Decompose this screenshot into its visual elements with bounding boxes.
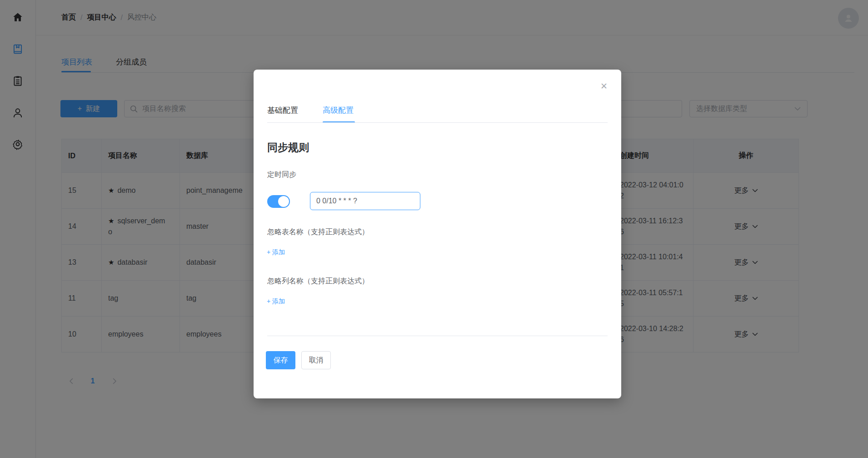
save-button[interactable]: 保存 [266, 351, 295, 369]
sync-settings-dialog: ✕ 基础配置 高级配置 同步规则 定时同步 忽略表名称（支持正则表达式） + 添… [254, 70, 621, 398]
schedule-sync-toggle[interactable] [267, 195, 290, 208]
add-ignore-column-link[interactable]: + 添加 [267, 297, 285, 306]
dialog-close-button[interactable]: ✕ [598, 80, 610, 92]
add-ignore-table-link[interactable]: + 添加 [267, 248, 285, 257]
dialog-tab-basic-config[interactable]: 基础配置 [267, 105, 298, 116]
toggle-knob [278, 196, 289, 207]
close-icon: ✕ [600, 81, 608, 91]
schedule-sync-label: 定时同步 [267, 170, 296, 180]
dialog-tab-advanced-config[interactable]: 高级配置 [323, 105, 354, 116]
cron-expression-input[interactable] [310, 192, 420, 210]
ignore-table-label: 忽略表名称（支持正则表达式） [267, 227, 369, 237]
dialog-section-title: 同步规则 [267, 141, 309, 155]
ignore-column-label: 忽略列名称（支持正则表达式） [267, 277, 369, 286]
dialog-tabs-divider [267, 122, 608, 123]
cancel-button[interactable]: 取消 [301, 351, 331, 369]
dialog-footer-divider [267, 336, 608, 336]
app: 首页 / 项目中心 / 风控中心 项目列表 分组成员 + 新建 选择数据库类型 [0, 0, 868, 458]
